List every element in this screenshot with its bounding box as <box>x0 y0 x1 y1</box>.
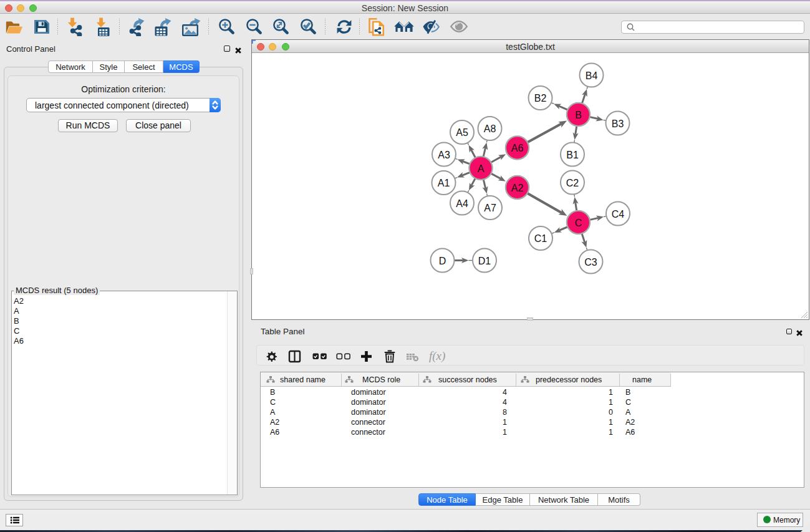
svg-text:C1: C1 <box>534 233 547 244</box>
svg-text:B4: B4 <box>586 70 598 81</box>
svg-text:D1: D1 <box>478 256 491 266</box>
svg-text:D: D <box>439 256 446 266</box>
svg-text:A5: A5 <box>456 127 468 138</box>
svg-text:C: C <box>575 218 582 228</box>
svg-text:A4: A4 <box>456 198 468 209</box>
svg-text:B2: B2 <box>534 93 547 104</box>
svg-text:C3: C3 <box>584 257 597 268</box>
svg-text:B1: B1 <box>566 150 579 160</box>
svg-text:A8: A8 <box>484 123 496 134</box>
svg-text:A3: A3 <box>438 150 450 160</box>
svg-text:B: B <box>575 110 582 120</box>
svg-text:B3: B3 <box>612 118 624 129</box>
svg-text:A2: A2 <box>511 183 524 193</box>
svg-text:A6: A6 <box>511 143 524 153</box>
svg-text:C4: C4 <box>612 209 625 220</box>
svg-text:A: A <box>478 163 485 174</box>
svg-text:C2: C2 <box>566 178 579 188</box>
svg-text:A7: A7 <box>484 203 496 213</box>
svg-text:A1: A1 <box>438 178 450 188</box>
